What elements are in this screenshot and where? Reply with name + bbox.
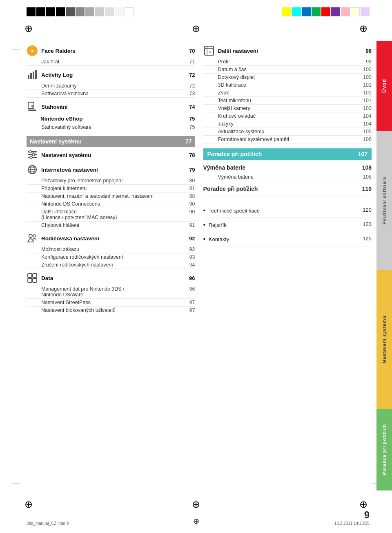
toc-eshop: Nintendo eShop 75 Stahovatelný software …: [27, 116, 195, 131]
toc-activity-log: Activity Log 72 Denní záznamy 72 Softwar…: [27, 69, 195, 98]
svg-rect-22: [33, 273, 37, 278]
sidebar-nastaveni: Nastavení systému: [376, 270, 392, 409]
nastaveni-systemu-heading: Nastavení systému 77: [27, 136, 195, 147]
toc-sub-vymena: Výměna baterie 108: [203, 173, 372, 181]
toc-sub-zvuk: Zvuk 101: [203, 89, 372, 97]
eshop-page: 75: [183, 116, 195, 122]
svg-point-18: [29, 234, 32, 237]
face-raiders-title: Face Raiders: [41, 48, 180, 54]
toc-sub-jak-hrat: Jak hrát 71: [27, 58, 195, 66]
toc-bullet-technicke: • Technické specifikace 120: [203, 204, 372, 218]
toc-rodicovska: ! Rodičovská nastavení 92 Možnosti zákaz…: [27, 233, 195, 269]
internetova-page: 79: [183, 167, 195, 173]
internetova-icon: [27, 164, 38, 175]
internetova-title: Internetová nastavení: [41, 167, 180, 173]
svg-rect-23: [28, 278, 32, 282]
nastaveni-title: Nastavení systému: [41, 152, 180, 158]
toc-bullet-rejstrik: • Rejstřík 120: [203, 218, 372, 232]
reg-mark-tr: ⊕: [357, 22, 370, 35]
toc-stahování: Stahování 74: [27, 101, 195, 112]
left-column: ● Face Raiders 70 Jak hrát 71: [27, 45, 195, 318]
svg-text:✎: ✎: [209, 51, 212, 54]
svg-rect-3: [35, 70, 37, 79]
black-color-bars: [27, 7, 134, 16]
activity-log-page: 72: [183, 72, 195, 78]
nastaveni-page: 78: [183, 152, 195, 158]
main-content: ● Face Raiders 70 Jak hrát 71: [27, 41, 372, 500]
toc-sub-test-mikrofonu: Test mikrofonu 101: [203, 97, 372, 105]
toc-sub-pripojeni: Připojení k internetu 81: [27, 185, 195, 193]
sidebar-uvod: Úvod: [376, 41, 392, 131]
rodicovska-page: 92: [183, 235, 195, 242]
bullet-entries: • Technické specifikace 120 • Rejstřík 1…: [203, 204, 372, 246]
svg-point-10: [29, 151, 31, 153]
toc-sub-jazyky: Jazyky 104: [203, 120, 372, 128]
svg-point-11: [32, 154, 35, 156]
toc-sub-chybova: Chybová hlášení 91: [27, 222, 195, 229]
svg-rect-0: [28, 75, 29, 79]
toc-nastaveni-systemu: Nastavení systému 78: [27, 149, 195, 161]
toc-sub-stahovatelny: Stahovatelný software 75: [27, 123, 195, 131]
toc-sub-datum: Datum a čas 100: [203, 66, 372, 74]
dalsi-nastaveni-page: 98: [359, 48, 372, 54]
stahování-icon: [27, 101, 38, 112]
svg-text:!: !: [33, 238, 35, 242]
stahování-page: 74: [183, 104, 195, 110]
dalsi-nastaveni-icon: ✎: [203, 45, 215, 56]
toc-sub-softwarova: Softwarová knihovna 73: [27, 90, 195, 98]
activity-log-icon: [27, 69, 38, 81]
toc-sub-konfigurace: Konfigurace rodičovských nastavení 93: [27, 253, 195, 261]
svg-point-19: [33, 235, 36, 237]
svg-rect-1: [30, 73, 32, 79]
sidebar-pouzivani: Používání softwaru: [376, 131, 392, 270]
nastaveni-icon: [27, 149, 38, 161]
svg-point-12: [30, 157, 32, 159]
color-bars-right: [282, 7, 370, 16]
footer-file: 3ds_manual_CZ.indd 9: [27, 521, 69, 526]
toc-bullet-kontakty: • Kontakty 125: [203, 232, 372, 246]
toc-sub-3d-kal: 3D kalibrace 101: [203, 81, 372, 89]
svg-rect-24: [33, 278, 37, 282]
data-icon: [27, 272, 38, 284]
toc-sub-dotykovy: Dotykový displej 100: [203, 74, 372, 81]
poradce-highlight-1: Poradce při potížích 107: [203, 148, 372, 160]
data-page: 96: [183, 275, 195, 281]
footer-date: 18.3.2011 14:23:35: [334, 521, 370, 526]
trim-mark-left-top: [11, 49, 20, 49]
svg-rect-2: [33, 72, 34, 79]
svg-marker-5: [31, 105, 33, 108]
activity-log-title: Activity Log: [41, 72, 180, 78]
svg-rect-6: [28, 110, 36, 111]
rodicovska-icon: !: [27, 233, 38, 244]
toc-sub-management: Management dat pro Nintendo 3DS / Ninten…: [27, 285, 195, 299]
page-number: 9: [364, 509, 370, 521]
bullet-technicke-label: • Technické specifikace: [203, 207, 260, 214]
trim-mark-left-bot: [11, 484, 20, 484]
bullet-kontakty-label: • Kontakty: [203, 235, 229, 243]
toc-sub-ds-connections: Nintendo DS Connections 90: [27, 200, 195, 208]
two-column-layout: ● Face Raiders 70 Jak hrát 71: [27, 45, 372, 318]
bullet-rejstrik-label: • Rejstřík: [203, 221, 227, 228]
toc-sub-pozadavky: Požadavky pro internetové připojení 80: [27, 177, 195, 185]
toc-sub-streetpass: Nastavení StreetPass 97: [27, 299, 195, 307]
toc-sub-aktualizace: Aktualizace systému 105: [203, 128, 372, 136]
toc-face-raiders: ● Face Raiders 70 Jak hrát 71: [27, 45, 195, 66]
toc-data: Data 96 Management dat pro Nintendo 3DS …: [27, 272, 195, 314]
reg-mark-tc: ⊕: [190, 22, 202, 35]
data-title: Data: [41, 275, 180, 281]
toc-sub-vnejsi: Vnější kamery 102: [203, 105, 372, 112]
toc-sub-blokovani: Nastavení blokovaných uživatelů 97: [27, 307, 195, 314]
face-raiders-page: 70: [183, 48, 195, 54]
toc-sub-kruhovy: Kruhový ovladač 104: [203, 112, 372, 120]
toc-sub-zruseni: Zrušení rodičovských nastavení 94: [27, 261, 195, 269]
poradce-standalone: Poradce při potížích 110: [203, 183, 372, 195]
eshop-title: Nintendo eShop: [40, 116, 180, 122]
toc-internetova: Internetová nastavení 79 Požadavky pro i…: [27, 164, 195, 229]
footer-reg-mark: ⊕: [193, 517, 199, 526]
face-raiders-icon: ●: [27, 45, 38, 56]
sidebar-poradce: Poradce při potížích: [376, 409, 392, 490]
right-column: ✎ Další nastavení 98 Profil 99 Datum a č…: [203, 45, 372, 318]
stahování-title: Stahování: [41, 104, 180, 110]
rodicovska-title: Rodičovská nastavení: [41, 235, 180, 242]
toc-sub-profil: Profil 99: [203, 58, 372, 66]
